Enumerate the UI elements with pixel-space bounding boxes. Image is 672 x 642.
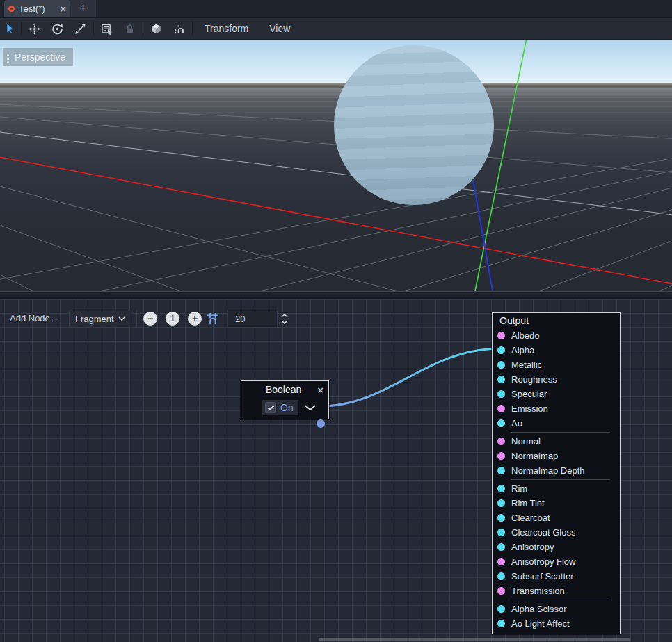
port-group-separator: [511, 479, 610, 480]
snap-distance-spinbox[interactable]: 20: [227, 310, 278, 328]
port-label: Alpha Scissor: [511, 604, 566, 614]
output-port-row: Ao Light Affect: [493, 616, 620, 631]
port-dot[interactable]: [497, 361, 505, 369]
lock-button[interactable]: [118, 18, 141, 39]
z-axis-line: [473, 180, 493, 291]
add-node-button[interactable]: Add Node...: [10, 312, 58, 326]
output-port-row: Rim Tint: [493, 496, 620, 511]
output-node-ports: AlbedoAlphaMetallicRoughnessSpecularEmis…: [493, 328, 620, 631]
output-port-row: Anisotropy: [493, 540, 620, 554]
boolean-output-port[interactable]: [317, 419, 325, 428]
select-icon: [4, 23, 16, 35]
port-label: Clearcoat: [511, 513, 550, 523]
scene-tab-bar: Test(*) × +: [0, 0, 672, 17]
mesh-cube-icon: [150, 23, 162, 35]
port-dot[interactable]: [497, 405, 505, 412]
port-label: Clearcoat Gloss: [511, 527, 575, 538]
close-icon[interactable]: ×: [317, 385, 323, 395]
port-label: Specular: [511, 389, 547, 399]
perspective-menu[interactable]: Perspective: [3, 48, 73, 66]
preview-chevron-icon[interactable]: [305, 405, 316, 411]
port-dot[interactable]: [497, 514, 505, 522]
select-tool-button[interactable]: [0, 18, 19, 39]
output-port-row: Alpha Scissor: [493, 602, 620, 616]
boolean-node-title: Boolean: [250, 384, 317, 395]
checkmark-icon: [267, 405, 275, 411]
zoom-out-button[interactable]: −: [143, 312, 157, 326]
select-list-button[interactable]: [95, 18, 118, 39]
tab-test[interactable]: Test(*) ×: [4, 0, 70, 17]
port-dot[interactable]: [497, 452, 505, 460]
port-dot[interactable]: [497, 346, 505, 354]
output-port-row: Transmission: [493, 584, 620, 598]
snap-grid-button[interactable]: [206, 312, 220, 326]
port-label: Rim Tint: [511, 498, 545, 508]
drag-dots-icon: [7, 54, 9, 56]
port-dot[interactable]: [497, 467, 505, 474]
port-dot[interactable]: [497, 620, 505, 627]
transform-menu[interactable]: Transform: [194, 23, 259, 34]
tab-close-icon[interactable]: ×: [60, 3, 66, 14]
projection-label: Perspective: [15, 51, 65, 63]
boolean-checkbox[interactable]: [265, 402, 276, 413]
port-group-separator: [511, 432, 610, 433]
output-port-row: Ao: [493, 416, 620, 431]
port-dot[interactable]: [497, 543, 505, 551]
port-dot[interactable]: [497, 332, 505, 339]
toolbar-separator: [143, 22, 143, 35]
shader-graph-canvas[interactable]: Add Node... Fragment − 1 + 20: [0, 299, 672, 642]
output-port-row: Alpha: [493, 343, 620, 358]
port-label: Normalmap: [511, 451, 558, 461]
shader-mode-label: Fragment: [75, 314, 114, 324]
port-dot[interactable]: [497, 390, 505, 398]
port-dot[interactable]: [497, 572, 505, 580]
output-port-row: Normal: [493, 434, 620, 449]
port-label: Normal: [511, 436, 541, 447]
port-label: Ao Light Affect: [511, 618, 570, 629]
move-icon: [29, 23, 40, 35]
toolbar-separator: [21, 22, 22, 35]
spinbox-stepper[interactable]: [280, 311, 289, 326]
new-tab-button[interactable]: +: [70, 0, 96, 17]
port-label: Normalmap Depth: [511, 465, 585, 476]
port-label: Alpha: [511, 345, 534, 355]
port-dot[interactable]: [497, 529, 505, 536]
output-port-row: Normalmap Depth: [493, 463, 620, 478]
3d-viewport[interactable]: Perspective: [0, 40, 672, 291]
output-port-row: Anisotropy Flow: [493, 554, 620, 569]
shader-mode-dropdown[interactable]: Fragment: [69, 310, 131, 328]
boolean-node-titlebar[interactable]: Boolean ×: [241, 381, 328, 398]
port-label: Metallic: [511, 360, 542, 370]
toolbar-separator: [192, 22, 193, 35]
boolean-node-body: On: [241, 398, 328, 417]
y-axis-line: [475, 40, 527, 291]
zoom-reset-button[interactable]: 1: [166, 312, 179, 326]
snap-grid-icon: [206, 312, 220, 326]
output-port-row: Metallic: [493, 358, 620, 372]
rotate-tool-button[interactable]: [46, 18, 69, 39]
output-port-row: Specular: [493, 387, 620, 401]
view-menu[interactable]: View: [259, 23, 301, 34]
port-dot[interactable]: [497, 587, 505, 595]
panel-splitter[interactable]: [0, 291, 672, 299]
port-dot[interactable]: [497, 438, 505, 445]
horizontal-scrollbar[interactable]: [319, 638, 630, 641]
port-dot[interactable]: [497, 499, 505, 507]
scale-tool-button[interactable]: [69, 18, 92, 39]
zoom-in-button[interactable]: +: [188, 312, 202, 326]
godot-editor-window: Test(*) × +: [0, 0, 672, 642]
toolbar-separator: [93, 22, 94, 35]
snap-toggle-button[interactable]: [168, 18, 191, 39]
output-port-row: Normalmap: [493, 449, 620, 463]
port-dot[interactable]: [497, 558, 505, 565]
mesh-button[interactable]: [145, 18, 168, 39]
output-node[interactable]: Output AlbedoAlphaMetallicRoughnessSpecu…: [492, 312, 621, 634]
port-dot[interactable]: [497, 376, 505, 383]
move-tool-button[interactable]: [23, 18, 46, 39]
port-dot[interactable]: [497, 485, 505, 492]
port-dot[interactable]: [497, 605, 505, 613]
port-label: Albedo: [511, 330, 539, 341]
port-dot[interactable]: [497, 419, 505, 427]
scale-icon: [74, 23, 86, 35]
boolean-node[interactable]: Boolean × On: [241, 380, 329, 419]
